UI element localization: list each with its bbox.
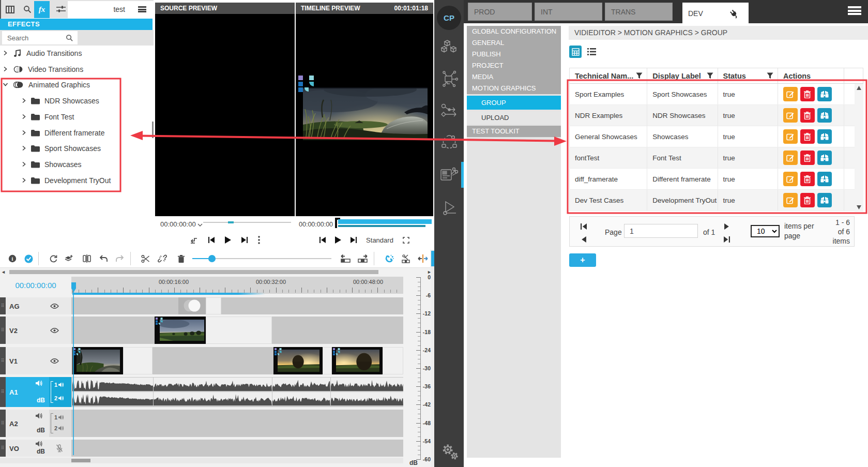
edit-button[interactable]	[783, 108, 798, 123]
channel-1[interactable]: 1	[54, 414, 71, 421]
video-clip[interactable]	[273, 347, 323, 374]
zoom-slider-thumb[interactable]	[208, 255, 216, 262]
unlink-icon[interactable]	[156, 252, 169, 265]
visibility-eye-icon[interactable]	[50, 358, 59, 364]
filter-icon[interactable]	[707, 72, 713, 79]
track-drag-handle[interactable]	[0, 317, 6, 344]
panel-menu-icon[interactable]	[138, 6, 146, 12]
tree-item-font-test[interactable]: Font Test	[0, 109, 154, 125]
nav-item-project[interactable]: PROJECT	[467, 60, 561, 71]
delete-button[interactable]	[800, 193, 815, 207]
edit-button[interactable]	[783, 172, 798, 186]
column-header-status[interactable]: Status	[718, 68, 778, 84]
column-header-display-label[interactable]: Display Label	[647, 68, 718, 84]
magnet-snap-icon[interactable]	[383, 252, 396, 265]
speaker-icon[interactable]	[36, 380, 43, 386]
preview-button[interactable]	[817, 150, 832, 165]
track-a1[interactable]: A1dB1 2	[0, 377, 403, 407]
video-clip[interactable]	[155, 317, 206, 344]
preview-button[interactable]	[817, 172, 832, 186]
edit-button[interactable]	[783, 129, 798, 144]
skip-forward-icon[interactable]	[351, 236, 357, 244]
overwrite-icon[interactable]	[190, 236, 198, 244]
track-content[interactable]	[71, 440, 403, 457]
nav-item-upload[interactable]: UPLOAD	[467, 112, 561, 124]
preview-button[interactable]	[817, 193, 832, 207]
next-page-icon[interactable]	[723, 223, 730, 230]
timeline-ruler[interactable]: 00:00:00:00 00:00:16:0000:00:32:0000:00:…	[0, 277, 403, 294]
preview-progress-bar[interactable]	[338, 219, 432, 224]
track-ag[interactable]: AG	[0, 297, 403, 314]
db-toggle[interactable]: dB	[37, 397, 45, 404]
timeline-preview-video[interactable]	[296, 14, 433, 216]
skip-back-icon[interactable]	[208, 236, 215, 244]
track-drag-handle[interactable]	[0, 347, 6, 374]
track-a2[interactable]: A2dB1 2	[0, 410, 403, 437]
play-icon[interactable]	[335, 236, 341, 244]
razor-icon[interactable]	[399, 252, 413, 265]
channel-1[interactable]: 1	[54, 381, 71, 388]
distribution-icon[interactable]	[439, 132, 460, 153]
edit-button[interactable]	[783, 87, 798, 101]
db-toggle[interactable]: dB	[37, 427, 45, 434]
env-tab-dev[interactable]: DEV	[682, 3, 749, 25]
skip-back-icon[interactable]	[319, 236, 326, 244]
timeline-hscrollbar[interactable]: ◄ ►	[0, 269, 433, 275]
media-bin-icon[interactable]	[2, 2, 18, 17]
effects-scrollbar[interactable]	[152, 122, 154, 138]
delete-button[interactable]	[800, 172, 815, 186]
last-page-icon[interactable]	[723, 236, 730, 243]
add-layer-icon[interactable]	[62, 252, 75, 265]
play-icon[interactable]	[225, 236, 231, 244]
quality-selector[interactable]: Standard	[366, 236, 393, 244]
visibility-eye-icon[interactable]	[50, 303, 59, 309]
tree-item-audio-transitions[interactable]: Audio Transitions	[0, 46, 154, 61]
chevron-right-icon[interactable]	[21, 161, 27, 168]
fullscreen-icon[interactable]	[403, 236, 409, 244]
track-content[interactable]	[71, 410, 403, 437]
add-button[interactable]: +	[569, 253, 596, 267]
preview-button[interactable]	[817, 87, 832, 101]
nav-item-group[interactable]: GROUP	[467, 96, 561, 110]
admin-menu-icon[interactable]	[848, 6, 861, 17]
chevron-right-icon[interactable]	[3, 50, 9, 56]
nav-item-general[interactable]: GENERAL	[467, 37, 561, 49]
page-input[interactable]	[624, 224, 698, 238]
integration-icon[interactable]	[439, 69, 460, 89]
audio-waveform[interactable]	[331, 392, 403, 405]
mic-muted-icon[interactable]	[56, 444, 63, 453]
audio-waveform[interactable]	[72, 392, 153, 405]
audio-waveform[interactable]	[72, 378, 153, 391]
effects-tab-icon[interactable]: fx	[34, 1, 50, 18]
page-size-select[interactable]: 10	[751, 225, 780, 237]
preview-button[interactable]	[817, 129, 832, 144]
audio-waveform[interactable]	[272, 378, 330, 391]
ruler-strip[interactable]: 00:00:16:0000:00:32:0000:00:48:00	[71, 277, 403, 294]
undo-icon[interactable]	[97, 252, 110, 265]
approve-icon[interactable]	[22, 252, 35, 265]
extract-right-icon[interactable]	[356, 252, 369, 265]
track-drag-handle[interactable]	[0, 410, 6, 437]
chevron-right-icon[interactable]	[21, 98, 27, 104]
video-clip-tail[interactable]	[383, 347, 403, 374]
track-vo[interactable]: VOdB	[0, 440, 403, 457]
track-header[interactable]: A2dB1 2	[6, 410, 71, 437]
edit-button[interactable]	[783, 193, 798, 207]
redo-icon[interactable]	[113, 252, 127, 265]
trim-icon[interactable]	[416, 252, 430, 265]
media-editor-icon[interactable]	[439, 164, 460, 185]
track-v2[interactable]: V2	[0, 317, 403, 344]
video-clip-tail[interactable]	[123, 347, 153, 374]
chevron-right-icon[interactable]	[21, 145, 27, 152]
visibility-eye-icon[interactable]	[50, 327, 59, 333]
track-drag-handle[interactable]	[0, 297, 6, 314]
env-tab-int[interactable]: INT	[535, 3, 602, 21]
db-toggle[interactable]: dB	[37, 448, 45, 455]
source-scrub-track[interactable]	[203, 222, 291, 223]
publish-icon[interactable]	[439, 198, 460, 219]
source-preview-video[interactable]	[155, 14, 295, 216]
column-header-actions[interactable]: Actions	[778, 68, 844, 84]
chevron-right-icon[interactable]	[21, 114, 27, 120]
speaker-icon[interactable]	[36, 413, 43, 419]
lift-left-icon[interactable]	[339, 252, 352, 265]
